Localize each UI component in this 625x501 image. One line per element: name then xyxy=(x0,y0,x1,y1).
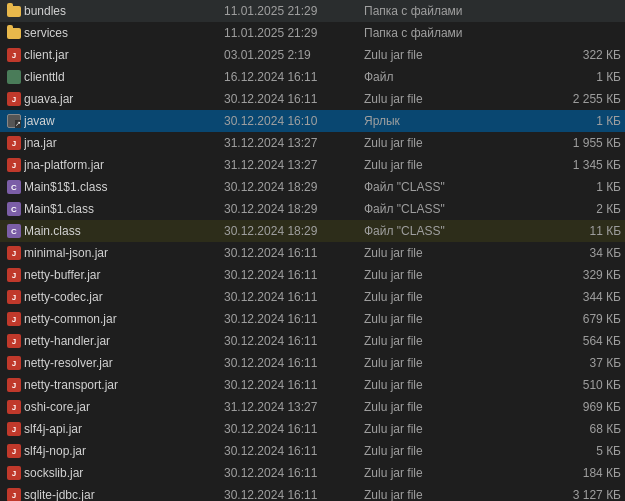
file-date: 30.12.2024 18:29 xyxy=(224,224,364,238)
jar-icon xyxy=(7,400,21,414)
file-type: Zulu jar file xyxy=(364,422,541,436)
file-type: Zulu jar file xyxy=(364,334,541,348)
jar-icon xyxy=(7,136,21,150)
jar-icon xyxy=(7,488,21,501)
file-name: clienttld xyxy=(24,70,224,84)
list-item[interactable]: sqlite-jdbc.jar30.12.2024 16:11Zulu jar … xyxy=(0,484,625,501)
list-item[interactable]: netty-common.jar30.12.2024 16:11Zulu jar… xyxy=(0,308,625,330)
list-item[interactable]: oshi-core.jar31.12.2024 13:27Zulu jar fi… xyxy=(0,396,625,418)
folder-icon xyxy=(7,28,21,39)
list-item[interactable]: netty-transport.jar30.12.2024 16:11Zulu … xyxy=(0,374,625,396)
jar-icon xyxy=(7,466,21,480)
class-icon xyxy=(7,180,21,194)
jar-icon xyxy=(7,422,21,436)
file-type: Папка с файлами xyxy=(364,4,541,18)
list-item[interactable]: jna-platform.jar31.12.2024 13:27Zulu jar… xyxy=(0,154,625,176)
file-size: 68 КБ xyxy=(541,422,621,436)
file-name: netty-handler.jar xyxy=(24,334,224,348)
jar-icon xyxy=(7,356,21,370)
file-type: Zulu jar file xyxy=(364,92,541,106)
file-date: 30.12.2024 16:11 xyxy=(224,246,364,260)
file-type: Zulu jar file xyxy=(364,268,541,282)
jar-icon xyxy=(7,246,21,260)
file-type: Zulu jar file xyxy=(364,488,541,501)
file-name: Main$1.class xyxy=(24,202,224,216)
file-date: 31.12.2024 13:27 xyxy=(224,400,364,414)
file-date: 30.12.2024 18:29 xyxy=(224,180,364,194)
file-size: 2 КБ xyxy=(541,202,621,216)
file-date: 30.12.2024 16:11 xyxy=(224,92,364,106)
list-item[interactable]: sockslib.jar30.12.2024 16:11Zulu jar fil… xyxy=(0,462,625,484)
list-item[interactable]: netty-codec.jar30.12.2024 16:11Zulu jar … xyxy=(0,286,625,308)
file-size: 184 КБ xyxy=(541,466,621,480)
list-item[interactable]: minimal-json.jar30.12.2024 16:11Zulu jar… xyxy=(0,242,625,264)
file-name: jna.jar xyxy=(24,136,224,150)
list-item[interactable]: services11.01.2025 21:29Папка с файлами xyxy=(0,22,625,44)
list-item[interactable]: bundles11.01.2025 21:29Папка с файлами xyxy=(0,0,625,22)
list-item[interactable]: netty-handler.jar30.12.2024 16:11Zulu ja… xyxy=(0,330,625,352)
file-date: 30.12.2024 16:11 xyxy=(224,356,364,370)
list-item[interactable]: netty-resolver.jar30.12.2024 16:11Zulu j… xyxy=(0,352,625,374)
class-icon xyxy=(7,202,21,216)
list-item[interactable]: Main$1.class30.12.2024 18:29Файл "CLASS"… xyxy=(0,198,625,220)
file-date: 30.12.2024 16:11 xyxy=(224,488,364,501)
list-item[interactable]: netty-buffer.jar30.12.2024 16:11Zulu jar… xyxy=(0,264,625,286)
file-name: bundles xyxy=(24,4,224,18)
list-item[interactable]: guava.jar30.12.2024 16:11Zulu jar file2 … xyxy=(0,88,625,110)
file-name: oshi-core.jar xyxy=(24,400,224,414)
file-type: Ярлык xyxy=(364,114,541,128)
file-date: 31.12.2024 13:27 xyxy=(224,158,364,172)
file-type: Zulu jar file xyxy=(364,378,541,392)
list-item[interactable]: slf4j-nop.jar30.12.2024 16:11Zulu jar fi… xyxy=(0,440,625,462)
file-name: javaw xyxy=(24,114,224,128)
list-item[interactable]: client.jar03.01.2025 2:19Zulu jar file32… xyxy=(0,44,625,66)
file-name: Main$1$1.class xyxy=(24,180,224,194)
file-date: 30.12.2024 16:11 xyxy=(224,378,364,392)
file-date: 30.12.2024 16:10 xyxy=(224,114,364,128)
file-type: Файл xyxy=(364,70,541,84)
file-size: 564 КБ xyxy=(541,334,621,348)
shortcut-icon xyxy=(7,114,21,128)
list-item[interactable]: javaw30.12.2024 16:10Ярлык1 КБ xyxy=(0,110,625,132)
file-size: 344 КБ xyxy=(541,290,621,304)
file-size: 5 КБ xyxy=(541,444,621,458)
jar-icon xyxy=(7,312,21,326)
file-type: Zulu jar file xyxy=(364,158,541,172)
file-name: sockslib.jar xyxy=(24,466,224,480)
file-name: sqlite-jdbc.jar xyxy=(24,488,224,501)
file-size: 322 КБ xyxy=(541,48,621,62)
file-type: Zulu jar file xyxy=(364,312,541,326)
file-type: Файл "CLASS" xyxy=(364,224,541,238)
file-type: Zulu jar file xyxy=(364,136,541,150)
file-type: Zulu jar file xyxy=(364,48,541,62)
list-item[interactable]: clienttld16.12.2024 16:11Файл1 КБ xyxy=(0,66,625,88)
file-type: Файл "CLASS" xyxy=(364,202,541,216)
file-name: slf4j-nop.jar xyxy=(24,444,224,458)
file-size: 1 955 КБ xyxy=(541,136,621,150)
list-item[interactable]: jna.jar31.12.2024 13:27Zulu jar file1 95… xyxy=(0,132,625,154)
jar-icon xyxy=(7,92,21,106)
file-size: 329 КБ xyxy=(541,268,621,282)
file-name: Main.class xyxy=(24,224,224,238)
file-type: Папка с файлами xyxy=(364,26,541,40)
jar-icon xyxy=(7,378,21,392)
jar-icon xyxy=(7,268,21,282)
file-size: 1 345 КБ xyxy=(541,158,621,172)
list-item[interactable]: Main$1$1.class30.12.2024 18:29Файл "CLAS… xyxy=(0,176,625,198)
file-list: bundles11.01.2025 21:29Папка с файламиse… xyxy=(0,0,625,501)
file-size: 34 КБ xyxy=(541,246,621,260)
list-item[interactable]: Main.class30.12.2024 18:29Файл "CLASS"11… xyxy=(0,220,625,242)
file-name: client.jar xyxy=(24,48,224,62)
list-item[interactable]: slf4j-api.jar30.12.2024 16:11Zulu jar fi… xyxy=(0,418,625,440)
file-name: services xyxy=(24,26,224,40)
jar-icon xyxy=(7,334,21,348)
file-date: 30.12.2024 16:11 xyxy=(224,268,364,282)
file-name: netty-common.jar xyxy=(24,312,224,326)
file-name: netty-buffer.jar xyxy=(24,268,224,282)
file-size: 969 КБ xyxy=(541,400,621,414)
file-date: 30.12.2024 16:11 xyxy=(224,444,364,458)
file-name: jna-platform.jar xyxy=(24,158,224,172)
file-date: 30.12.2024 16:11 xyxy=(224,422,364,436)
file-name: netty-resolver.jar xyxy=(24,356,224,370)
file-type: Zulu jar file xyxy=(364,444,541,458)
